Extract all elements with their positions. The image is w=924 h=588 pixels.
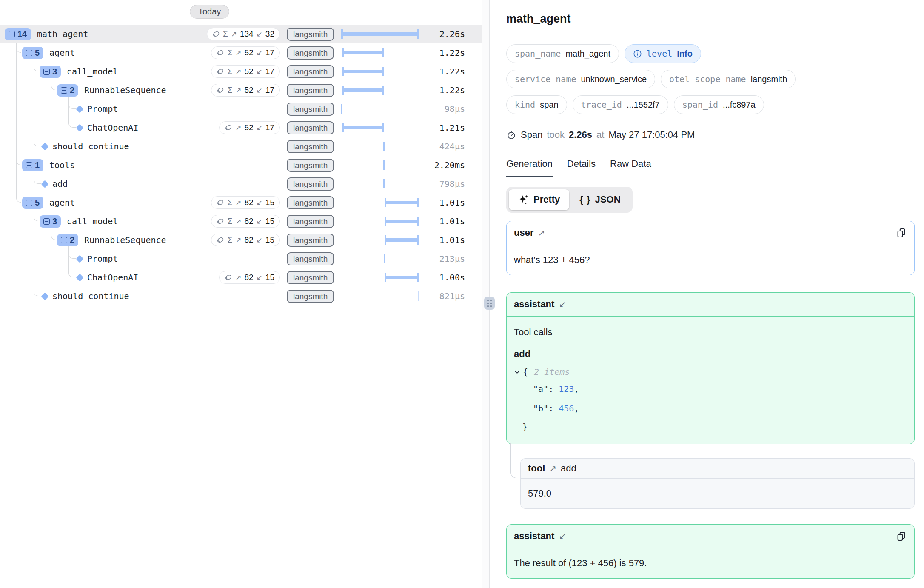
collapse-badge[interactable]: 3	[40, 66, 61, 78]
duration-tick	[418, 291, 419, 301]
panel-divider[interactable]	[482, 0, 490, 588]
span-label: RunnableSequence	[84, 231, 166, 249]
output-tokens-arrow-icon: ↙	[257, 86, 262, 95]
json-entry: "b": 456,	[533, 399, 907, 418]
langsmith-tag: langsmith	[287, 46, 334, 60]
collapse-badge[interactable]: 2	[57, 234, 78, 246]
langsmith-tag: langsmith	[287, 271, 334, 284]
outgoing-arrow-icon: ↗	[549, 463, 556, 474]
span-label: Prompt	[87, 249, 118, 268]
chevron-down-icon[interactable]	[514, 370, 520, 374]
span-label: agent	[49, 193, 75, 212]
duration-label: 1.22s	[439, 43, 465, 62]
waterfall-cell	[341, 249, 419, 268]
token-cost-icon	[217, 236, 224, 244]
copy-icon	[895, 531, 907, 542]
tool-call-name: add	[514, 348, 907, 360]
tab-raw-data[interactable]: Raw Data	[610, 158, 651, 177]
duration-bar	[342, 123, 384, 132]
attribute-pills: span_name math_agent level Info service_…	[506, 44, 915, 114]
trace-id-pill: trace_id ...1552f7	[573, 95, 668, 114]
output-tokens-arrow-icon: ↙	[257, 67, 262, 76]
span-label: add	[52, 174, 68, 193]
langsmith-tag: langsmith	[287, 196, 334, 209]
trace-tree: 14math_agentΣ↗134↙32langsmith2.26s5agent…	[0, 0, 482, 588]
input-tokens-arrow-icon: ↗	[235, 67, 241, 76]
trace-row-Prompt[interactable]: Promptlangsmith98µs	[0, 100, 482, 118]
trace-row-add[interactable]: addlangsmith798µs	[0, 174, 482, 193]
trace-row-ChatOpenAI[interactable]: ChatOpenAI↗82↙15langsmith1.00s	[0, 268, 482, 287]
collapse-badge[interactable]: 1	[22, 159, 43, 171]
input-tokens: 82	[244, 217, 253, 226]
trace-row-should_continue[interactable]: should_continuelangsmith424µs	[0, 137, 482, 156]
token-cost-icon	[225, 274, 232, 281]
copy-button[interactable]	[895, 227, 907, 239]
span-name-pill: span_name math_agent	[506, 44, 619, 63]
duration-label: 1.01s	[439, 231, 465, 249]
trace-row-Prompt[interactable]: Promptlangsmith213µs	[0, 249, 482, 268]
level-info-pill: level Info	[625, 44, 701, 63]
token-cost-icon	[225, 124, 232, 131]
kind-pill: kind span	[506, 95, 567, 114]
assistant-toolcall-header: assistant ↙	[507, 293, 914, 317]
trace-row-math_agent[interactable]: 14math_agentΣ↗134↙32langsmith2.26s	[0, 25, 482, 43]
span-label: should_continue	[52, 137, 129, 156]
sigma-icon: Σ	[227, 48, 232, 57]
json-entries: "a": 123, "b": 456,	[520, 379, 907, 418]
collapse-badge[interactable]: 14	[5, 28, 31, 40]
span-timing: Span took 2.26s at May 27 17:05:04 PM	[506, 129, 915, 140]
waterfall-cell	[341, 287, 419, 305]
tool-calls-title: Tool calls	[514, 327, 907, 338]
input-tokens-arrow-icon: ↗	[235, 49, 241, 57]
input-tokens: 52	[244, 48, 253, 57]
duration-label: 1.01s	[439, 193, 465, 212]
span-label: agent	[49, 43, 75, 62]
collapse-icon	[9, 31, 15, 37]
pretty-toggle-button[interactable]: Pretty	[509, 189, 569, 210]
span-detail-panel: math_agent span_name math_agent level In…	[490, 0, 924, 588]
trace-row-RunnableSequence[interactable]: 2RunnableSequenceΣ↗82↙15langsmith1.01s	[0, 231, 482, 249]
sparkles-icon	[518, 194, 529, 205]
waterfall-cell	[341, 81, 419, 100]
duration-tick	[383, 179, 385, 188]
waterfall-cell	[341, 156, 419, 174]
tab-generation[interactable]: Generation	[506, 158, 553, 177]
duration-label: 2.20ms	[434, 156, 465, 174]
token-cost-icon	[217, 49, 224, 57]
duration-tick	[384, 254, 385, 263]
trace-tree-panel: Today 14math_agentΣ↗134↙32langsmith2.26s…	[0, 0, 482, 588]
langsmith-tag: langsmith	[287, 215, 334, 228]
collapse-icon	[26, 162, 32, 168]
duration-label: 424µs	[439, 137, 465, 156]
divider-drag-handle[interactable]	[484, 297, 495, 310]
role-label: assistant	[514, 531, 554, 542]
langsmith-tag: langsmith	[287, 252, 334, 265]
sigma-icon: Σ	[227, 217, 232, 226]
trace-row-tools[interactable]: 1toolslangsmith2.20ms	[0, 156, 482, 174]
trace-row-agent[interactable]: 5agentΣ↗82↙15langsmith1.01s	[0, 193, 482, 212]
duration-label: 821µs	[439, 287, 465, 305]
collapse-badge[interactable]: 3	[40, 215, 61, 228]
collapse-badge[interactable]: 5	[22, 197, 43, 209]
trace-row-call_model[interactable]: 3call_modelΣ↗52↙17langsmith1.22s	[0, 62, 482, 81]
trace-row-agent[interactable]: 5agentΣ↗52↙17langsmith1.22s	[0, 43, 482, 62]
stopwatch-icon	[506, 130, 516, 140]
token-count-pill: ↗52↙17	[219, 121, 280, 134]
trace-row-should_continue[interactable]: should_continuelangsmith821µs	[0, 287, 482, 305]
collapse-badge[interactable]: 5	[22, 47, 43, 59]
duration-bar	[341, 29, 419, 39]
json-entry: "a": 123,	[533, 379, 907, 399]
trace-row-RunnableSequence[interactable]: 2RunnableSequenceΣ↗52↙17langsmith1.22s	[0, 81, 482, 100]
collapse-badge[interactable]: 2	[57, 84, 78, 97]
copy-button[interactable]	[895, 531, 907, 542]
incoming-arrow-icon: ↙	[559, 531, 566, 541]
waterfall-cell	[341, 193, 419, 212]
trace-row-call_model[interactable]: 3call_modelΣ↗82↙15langsmith1.01s	[0, 212, 482, 231]
output-tokens: 17	[265, 123, 274, 132]
json-toggle-button[interactable]: { } JSON	[570, 189, 630, 210]
view-toggle: Pretty { } JSON	[506, 187, 633, 213]
collapse-icon	[26, 50, 32, 56]
user-message-content: what's 123 + 456?	[507, 245, 914, 275]
tab-details[interactable]: Details	[567, 158, 596, 177]
trace-row-ChatOpenAI[interactable]: ChatOpenAI↗52↙17langsmith1.21s	[0, 118, 482, 137]
